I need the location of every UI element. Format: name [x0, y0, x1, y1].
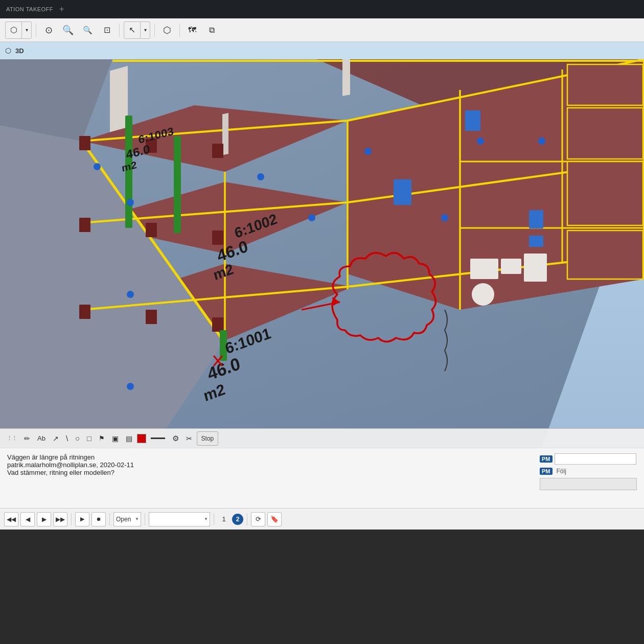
pm-badge-1: PM: [540, 453, 637, 465]
svg-point-43: [127, 383, 134, 390]
svg-rect-57: [501, 259, 521, 274]
layers-button[interactable]: ⧉: [203, 22, 220, 38]
image1-tool-button[interactable]: ▣: [109, 431, 121, 446]
svg-point-46: [364, 148, 372, 155]
view-dropdown-button[interactable]: ▾: [22, 22, 31, 38]
pencil-tool-button[interactable]: ✏: [21, 431, 33, 446]
svg-rect-28: [79, 136, 90, 150]
arrow-tool-button[interactable]: ↗: [50, 431, 61, 446]
filter-select[interactable]: [149, 512, 210, 526]
nav-prev-button[interactable]: ◀: [20, 512, 35, 526]
svg-rect-27: [342, 59, 350, 96]
line-style-selector[interactable]: [148, 431, 168, 446]
nav-next-button[interactable]: ▶: [37, 512, 51, 526]
line-tool-button[interactable]: \: [63, 431, 71, 446]
svg-rect-36: [212, 317, 223, 332]
svg-rect-62: [567, 162, 643, 225]
stamp-tool-button[interactable]: ⚑: [96, 431, 107, 446]
select-dropdown-button[interactable]: ▾: [141, 22, 150, 38]
stop-label: Stop: [201, 435, 214, 442]
zoom-out-button[interactable]: 🔍: [79, 22, 96, 38]
open-select[interactable]: Open: [113, 512, 141, 526]
nav-record-button[interactable]: ⏺: [91, 512, 106, 526]
nav-separator-2: [109, 513, 110, 525]
svg-rect-53: [465, 110, 480, 131]
svg-rect-29: [79, 218, 90, 232]
svg-rect-25: [110, 66, 128, 132]
app-title: ATION TAKEOFF: [6, 6, 53, 12]
zoom-in-button[interactable]: 🔍: [60, 22, 76, 38]
svg-rect-59: [524, 254, 547, 282]
pm-box-2: PM: [540, 468, 553, 475]
filter-dropdown-wrapper: [149, 512, 210, 526]
main-toolbar: ⬡ ▾ ⊙ 🔍 🔍 ⊡ ↖ ▾ ⬡ 🗺 ⧉: [0, 18, 644, 42]
map-button[interactable]: 🗺: [184, 22, 200, 38]
page-number-1: 1: [218, 513, 230, 525]
svg-rect-32: [146, 223, 157, 237]
svg-point-44: [257, 173, 264, 180]
bookmark-button[interactable]: 🔖: [267, 512, 282, 526]
scissors-tool-button[interactable]: ✂: [183, 431, 195, 446]
settings-tool-button[interactable]: ⚙: [170, 431, 181, 446]
tab-add-button[interactable]: +: [59, 5, 64, 14]
nav-first-button[interactable]: ◀◀: [4, 512, 18, 526]
text-tool-button[interactable]: Ab: [35, 431, 48, 446]
svg-rect-55: [529, 236, 543, 247]
svg-point-58: [472, 283, 494, 306]
svg-rect-52: [394, 179, 411, 205]
rect-tool-button[interactable]: □: [84, 431, 94, 446]
page-number-2-active[interactable]: 2: [232, 514, 243, 525]
color-red-swatch[interactable]: [137, 434, 146, 443]
svg-rect-38: [174, 136, 181, 233]
svg-rect-54: [529, 210, 543, 228]
svg-point-50: [538, 137, 545, 145]
view-3d-label: 3D: [15, 47, 24, 55]
svg-rect-63: [567, 231, 643, 279]
svg-point-40: [94, 163, 101, 170]
toolbar-separator-1: [36, 24, 36, 37]
view-mode-group: ⬡ ▾: [5, 21, 32, 39]
pm-box-1: PM: [540, 455, 553, 463]
toolbar-separator-2: [119, 24, 120, 37]
zoom-fit-button[interactable]: ⊙: [40, 22, 57, 38]
nav-play-button[interactable]: ▶: [75, 512, 89, 526]
zoom-window-button[interactable]: ⊡: [99, 22, 115, 38]
3d-view-button[interactable]: ⬡: [6, 22, 22, 38]
pm-input-1[interactable]: [555, 453, 636, 465]
info-panel: Väggen är längre på ritningen patrik.mal…: [0, 448, 644, 508]
navigation-bar: ◀◀ ◀ ▶ ▶▶ ▶ ⏺ Open 1 2 ⟳ 🔖: [0, 508, 644, 530]
svg-rect-30: [79, 305, 90, 319]
nav-separator-3: [145, 513, 145, 525]
view-label-bar: ⬡ 3D: [0, 42, 644, 59]
svg-point-42: [127, 291, 134, 298]
nav-separator-5: [247, 513, 247, 525]
titlebar: ATION TAKEOFF +: [0, 0, 644, 18]
svg-rect-35: [212, 231, 223, 245]
sync-button[interactable]: ⟳: [251, 512, 265, 526]
svg-rect-60: [567, 64, 643, 105]
toolbar-separator-4: [179, 24, 180, 37]
viewport[interactable]: 6:1003 46.0 m2 6:1002 46.0 m2 6:1001 46.…: [0, 59, 644, 448]
pm-badge-2: PM Följ: [540, 468, 637, 475]
toolbar-separator-3: [154, 24, 155, 37]
svg-rect-33: [146, 310, 157, 324]
floor-plan-svg: 6:1003 46.0 m2 6:1002 46.0 m2 6:1001 46.…: [0, 59, 644, 448]
pm-extra-field[interactable]: [540, 478, 637, 490]
grid-tool-button[interactable]: ⋮⋮: [4, 431, 19, 446]
svg-point-41: [127, 199, 134, 206]
measure-button[interactable]: ⬡: [159, 22, 175, 38]
nav-separator-4: [214, 513, 214, 525]
open-dropdown-wrapper: Open: [113, 512, 141, 526]
annotation-toolbar: ⋮⋮ ✏ Ab ↗ \ ○ □ ⚑ ▣ ▤ ⚙ ✂ Stop: [0, 428, 644, 448]
select-tool-group: ↖ ▾: [124, 21, 150, 39]
nav-last-button[interactable]: ▶▶: [53, 512, 67, 526]
nav-separator-1: [71, 513, 72, 525]
pm-follow-label: Följ: [557, 468, 566, 475]
svg-point-45: [308, 214, 315, 221]
image2-tool-button[interactable]: ▤: [123, 431, 135, 446]
svg-rect-34: [212, 144, 223, 158]
ellipse-tool-button[interactable]: ○: [73, 431, 82, 446]
stop-button[interactable]: Stop: [197, 431, 219, 446]
svg-point-49: [477, 137, 484, 145]
select-tool-button[interactable]: ↖: [124, 22, 141, 38]
